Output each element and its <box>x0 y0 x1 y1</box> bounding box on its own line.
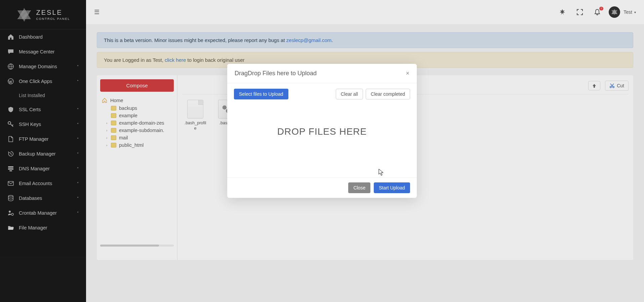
close-icon[interactable]: × <box>406 70 409 77</box>
select-files-button[interactable]: Select files to Upload <box>234 89 288 99</box>
clear-completed-button[interactable]: Clear completed <box>366 89 410 99</box>
clear-all-button[interactable]: Clear all <box>336 89 363 99</box>
drop-zone[interactable]: DROP FILES HERE <box>234 126 410 137</box>
modal-footer: Close Start Upload <box>227 177 417 198</box>
upload-modal: DragDrop Files here to Upload × Select f… <box>227 64 417 198</box>
modal-title: DragDrop Files here to Upload <box>235 70 317 77</box>
start-upload-button[interactable]: Start Upload <box>374 182 410 193</box>
modal-body: Select files to Upload Clear all Clear c… <box>227 83 417 177</box>
modal-header: DragDrop Files here to Upload × <box>227 64 417 83</box>
close-button[interactable]: Close <box>348 182 370 193</box>
